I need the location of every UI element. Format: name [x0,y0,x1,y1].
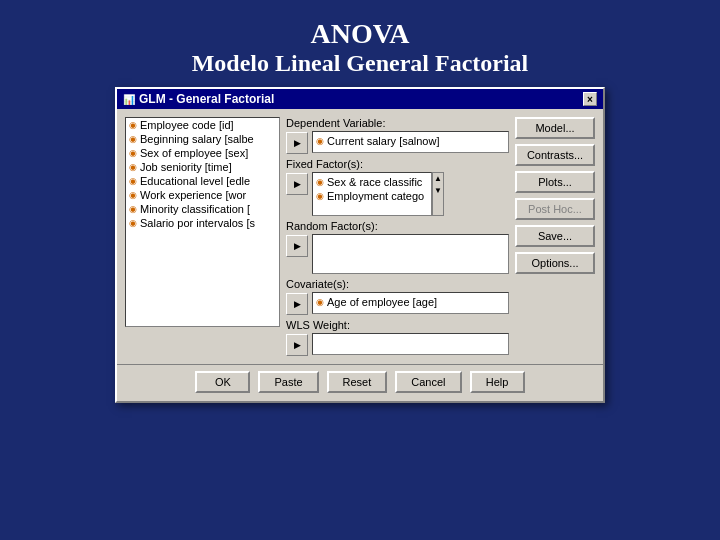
fixed-factor-item-2: ◉ Employment catego [316,189,428,203]
bullet-icon: ◉ [129,190,137,200]
list-item[interactable]: ◉ Salario por intervalos [s [126,216,279,230]
dialog-footer: OK Paste Reset Cancel Help [117,364,603,401]
fixed-factor-value-2: Employment catego [327,190,424,202]
right-buttons-panel: Model... Contrasts... Plots... Post Hoc.… [515,117,595,356]
bullet-icon: ◉ [129,162,137,172]
list-item-label: Educational level [edle [140,175,250,187]
model-button[interactable]: Model... [515,117,595,139]
wls-arrow-button[interactable]: ▶ [286,334,308,356]
bullet-icon: ◉ [316,191,324,201]
page-title-line2: Modelo Lineal General Factorial [0,50,720,77]
list-item-label: Employee code [id] [140,119,234,131]
fixed-factors-label: Fixed Factor(s): [286,158,509,170]
list-item-label: Work experience [wor [140,189,246,201]
glm-dialog: 📊 GLM - General Factorial × ◉ Employee c… [115,87,605,403]
list-item-label: Sex of employee [sex] [140,147,248,159]
fixed-factor-item-1: ◉ Sex & race classific [316,175,428,189]
wls-section: WLS Weight: ▶ [286,319,509,356]
random-factors-field[interactable] [312,234,509,274]
list-item[interactable]: ◉ Beginning salary [salbe [126,132,279,146]
bullet-icon: ◉ [316,297,324,307]
bullet-icon: ◉ [316,136,324,146]
covariates-label: Covariate(s): [286,278,509,290]
page-title-line1: ANOVA [0,18,720,50]
middle-section: Dependent Variable: ▶ ◉ Current salary [… [286,117,509,356]
bullet-icon: ◉ [129,134,137,144]
scroll-down-icon[interactable]: ▼ [434,185,442,197]
list-item-label: Minority classification [ [140,203,250,215]
fixed-factors-field[interactable]: ◉ Sex & race classific ◉ Employment cate… [312,172,432,216]
bullet-icon: ◉ [129,120,137,130]
page-title-area: ANOVA Modelo Lineal General Factorial [0,0,720,87]
list-item[interactable]: ◉ Job seniority [time] [126,160,279,174]
list-item[interactable]: ◉ Employee code [id] [126,118,279,132]
plots-button[interactable]: Plots... [515,171,595,193]
dependent-value: Current salary [salnow] [327,135,440,147]
random-factors-section: Random Factor(s): ▶ [286,220,509,274]
dependent-item: ◉ Current salary [salnow] [316,134,505,148]
options-button[interactable]: Options... [515,252,595,274]
fixed-factor-value-1: Sex & race classific [327,176,422,188]
list-item-label: Job seniority [time] [140,161,232,173]
fixed-factors-row: ▶ ◉ Sex & race classific ◉ Employment ca… [286,172,509,216]
reset-button[interactable]: Reset [327,371,388,393]
fixed-factors-container: ◉ Sex & race classific ◉ Employment cate… [312,172,444,216]
dialog-title: GLM - General Factorial [139,92,274,106]
list-item[interactable]: ◉ Work experience [wor [126,188,279,202]
covariates-arrow-button[interactable]: ▶ [286,293,308,315]
save-button[interactable]: Save... [515,225,595,247]
close-button[interactable]: × [583,92,597,106]
list-item[interactable]: ◉ Minority classification [ [126,202,279,216]
dialog-body: ◉ Employee code [id] ◉ Beginning salary … [117,109,603,364]
bullet-icon: ◉ [316,177,324,187]
covariate-value: Age of employee [age] [327,296,437,308]
list-item-label: Beginning salary [salbe [140,133,254,145]
fixed-factors-scrollbar[interactable]: ▲ ▼ [432,172,444,216]
wls-label: WLS Weight: [286,319,509,331]
help-button[interactable]: Help [470,371,525,393]
scroll-up-icon[interactable]: ▲ [434,173,442,185]
list-item-label: Salario por intervalos [s [140,217,255,229]
bullet-icon: ◉ [129,218,137,228]
dependent-section: Dependent Variable: ▶ ◉ Current salary [… [286,117,509,154]
ok-button[interactable]: OK [195,371,250,393]
variable-list[interactable]: ◉ Employee code [id] ◉ Beginning salary … [125,117,280,327]
fixed-factors-arrow-button[interactable]: ▶ [286,173,308,195]
covariates-row: ▶ ◉ Age of employee [age] [286,292,509,315]
dependent-arrow-button[interactable]: ▶ [286,132,308,154]
contrasts-button[interactable]: Contrasts... [515,144,595,166]
bullet-icon: ◉ [129,148,137,158]
random-factors-arrow-button[interactable]: ▶ [286,235,308,257]
dependent-label: Dependent Variable: [286,117,509,129]
paste-button[interactable]: Paste [258,371,318,393]
cancel-button[interactable]: Cancel [395,371,461,393]
covariate-item: ◉ Age of employee [age] [316,295,505,309]
dialog-icon: 📊 [123,94,135,105]
bullet-icon: ◉ [129,176,137,186]
covariates-section: Covariate(s): ▶ ◉ Age of employee [age] [286,278,509,315]
dialog-titlebar: 📊 GLM - General Factorial × [117,89,603,109]
post-hoc-button[interactable]: Post Hoc... [515,198,595,220]
list-item[interactable]: ◉ Sex of employee [sex] [126,146,279,160]
fixed-factors-section: Fixed Factor(s): ▶ ◉ Sex & race classifi… [286,158,509,216]
dependent-field[interactable]: ◉ Current salary [salnow] [312,131,509,153]
dialog-title-group: 📊 GLM - General Factorial [123,92,274,106]
wls-field[interactable] [312,333,509,355]
random-factors-row: ▶ [286,234,509,274]
covariates-field[interactable]: ◉ Age of employee [age] [312,292,509,314]
dependent-row: ▶ ◉ Current salary [salnow] [286,131,509,154]
list-item[interactable]: ◉ Educational level [edle [126,174,279,188]
wls-row: ▶ [286,333,509,356]
bullet-icon: ◉ [129,204,137,214]
random-factors-label: Random Factor(s): [286,220,509,232]
